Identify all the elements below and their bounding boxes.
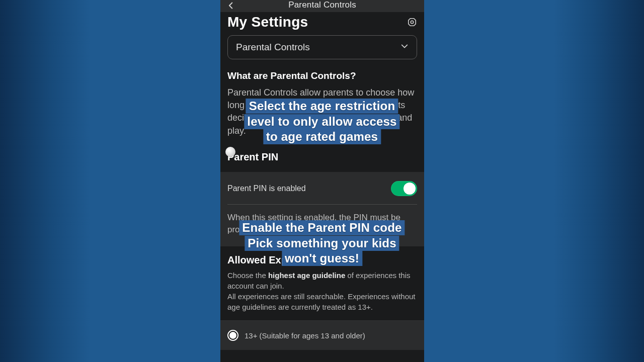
heading-row: My Settings (220, 12, 424, 35)
caption-top: Select the age restriction level to only… (244, 99, 399, 145)
back-button[interactable] (226, 1, 235, 10)
parent-pin-toggle-row: Parent PIN is enabled (220, 172, 424, 204)
settings-page: My Settings Parental Controls What are P… (220, 12, 424, 350)
parent-pin-toggle-label: Parent PIN is enabled (227, 184, 306, 193)
caption-mid: Enable the Parent PIN code Pick somethin… (239, 220, 405, 266)
age-option-13[interactable]: 13+ (Suitable for ages 13 and older) (220, 320, 424, 350)
video-frame: Parental Controls My Settings Parental C… (0, 0, 644, 362)
toggle-knob (404, 183, 416, 195)
age-option-13-label: 13+ (Suitable for ages 13 and older) (245, 331, 365, 340)
caption-mid-text: Enable the Parent PIN code Pick somethin… (239, 220, 405, 266)
category-select-label: Parental Controls (236, 42, 310, 53)
cursor-indicator (225, 147, 235, 157)
parent-pin-toggle[interactable] (391, 181, 417, 196)
chevron-down-icon (400, 42, 409, 53)
category-select-wrap: Parental Controls (220, 35, 424, 59)
navbar-title: Parental Controls (226, 0, 418, 10)
allowed-experiences-desc: Choose the highest age guideline of expe… (220, 270, 424, 320)
what-are-title: What are Parental Controls? (220, 59, 424, 86)
caption-top-text: Select the age restriction level to only… (244, 99, 399, 144)
svg-point-0 (411, 21, 413, 23)
navbar: Parental Controls (220, 0, 424, 12)
parent-pin-title: Parent PIN (220, 148, 424, 169)
phone-screen: Parental Controls My Settings Parental C… (220, 0, 424, 362)
allowed-desc-bold: highest age guideline (268, 271, 345, 280)
allowed-desc-prefix: Choose the (227, 271, 268, 280)
robux-icon[interactable] (407, 17, 417, 27)
radio-icon (227, 330, 238, 341)
category-select[interactable]: Parental Controls (227, 35, 417, 59)
page-title: My Settings (227, 14, 308, 30)
